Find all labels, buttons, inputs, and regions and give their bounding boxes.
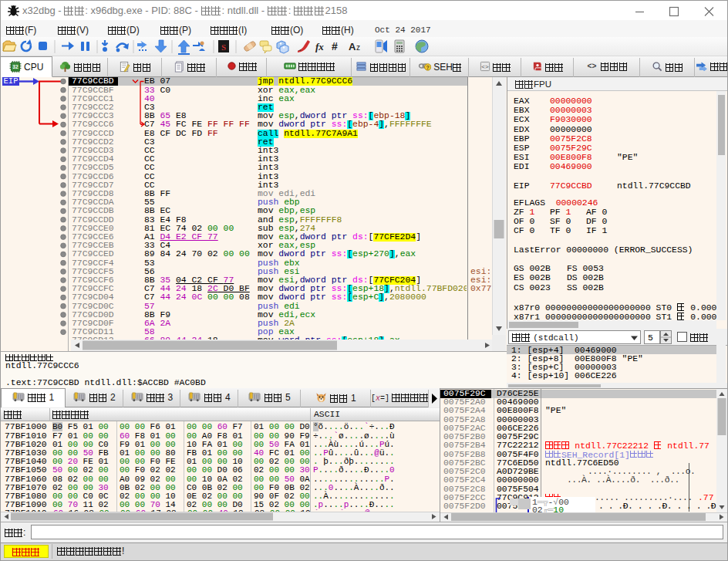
- svg-text:?: ?: [426, 65, 430, 70]
- svg-text:A: A: [349, 41, 356, 52]
- svg-text:S: S: [221, 42, 226, 52]
- svg-text:32: 32: [12, 64, 19, 69]
- svg-text:<>: <>: [588, 62, 597, 70]
- svg-text:z: z: [356, 43, 360, 52]
- svg-text:<>: <>: [481, 63, 489, 70]
- svg-text:fx: fx: [315, 41, 324, 52]
- svg-text:#: #: [332, 40, 338, 52]
